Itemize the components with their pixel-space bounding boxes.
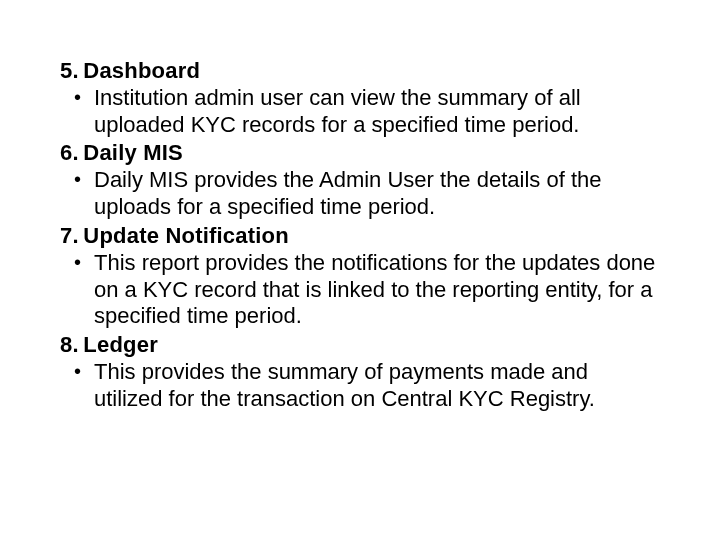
section-heading-daily-mis: 6. Daily MIS [60, 140, 660, 167]
bullet-list: Daily MIS provides the Admin User the de… [60, 167, 660, 221]
section-heading-update-notification: 7. Update Notification [60, 223, 660, 250]
bullet-list: This provides the summary of payments ma… [60, 359, 660, 413]
list-item: This report provides the notifications f… [94, 250, 660, 330]
bullet-list: This report provides the notifications f… [60, 250, 660, 330]
section-heading-ledger: 8. Ledger [60, 332, 660, 359]
section-heading-dashboard: 5. Dashboard [60, 58, 660, 85]
bullet-list: Institution admin user can view the summ… [60, 85, 660, 139]
list-item: Institution admin user can view the summ… [94, 85, 660, 139]
list-item: This provides the summary of payments ma… [94, 359, 660, 413]
list-item: Daily MIS provides the Admin User the de… [94, 167, 660, 221]
slide-content: 5. Dashboard Institution admin user can … [0, 0, 720, 540]
